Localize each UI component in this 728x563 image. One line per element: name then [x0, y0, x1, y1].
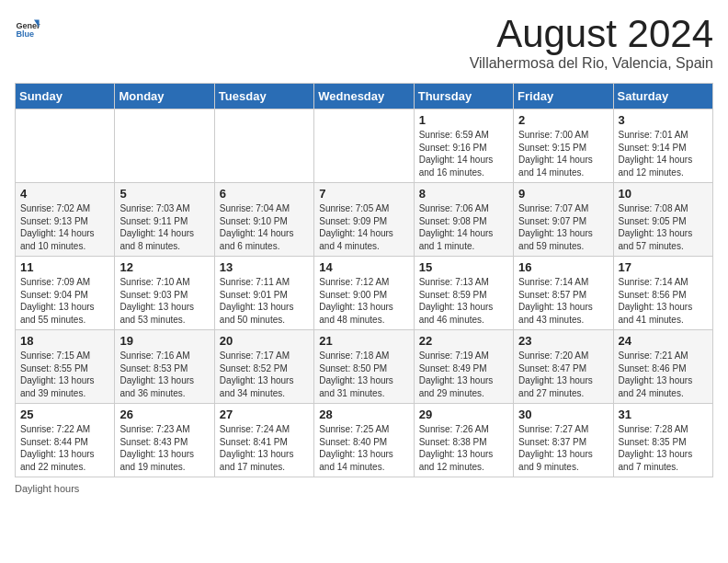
day-number: 17	[619, 260, 708, 274]
day-info: Sunrise: 7:07 AM Sunset: 9:07 PM Dayligh…	[518, 202, 608, 252]
calendar-cell: 29Sunrise: 7:26 AM Sunset: 8:38 PM Dayli…	[414, 404, 513, 477]
day-number: 4	[20, 187, 109, 201]
day-info: Sunrise: 7:14 AM Sunset: 8:56 PM Dayligh…	[619, 276, 708, 326]
day-number: 11	[20, 260, 109, 274]
day-number: 21	[319, 334, 408, 348]
day-number: 20	[220, 334, 309, 348]
title-area: August 2024 Villahermosa del Rio, Valenc…	[470, 15, 713, 72]
footer-note: Daylight hours	[15, 483, 713, 494]
calendar-cell: 14Sunrise: 7:12 AM Sunset: 9:00 PM Dayli…	[314, 257, 414, 330]
day-number: 23	[518, 334, 608, 348]
day-info: Sunrise: 7:23 AM Sunset: 8:43 PM Dayligh…	[119, 423, 209, 473]
day-number: 10	[619, 187, 708, 201]
day-of-week-header: Sunday	[16, 84, 115, 109]
day-info: Sunrise: 7:16 AM Sunset: 8:53 PM Dayligh…	[119, 350, 209, 399]
calendar-week-row: 1Sunrise: 6:59 AM Sunset: 9:16 PM Daylig…	[16, 109, 713, 183]
day-number: 22	[419, 334, 508, 348]
calendar-week-row: 25Sunrise: 7:22 AM Sunset: 8:44 PM Dayli…	[16, 404, 713, 477]
calendar-cell: 31Sunrise: 7:28 AM Sunset: 8:35 PM Dayli…	[613, 404, 712, 477]
calendar-cell	[115, 109, 214, 183]
calendar-body: 1Sunrise: 6:59 AM Sunset: 9:16 PM Daylig…	[16, 109, 713, 477]
day-number: 24	[619, 334, 708, 348]
day-number: 3	[619, 113, 708, 127]
day-number: 8	[419, 187, 508, 201]
day-info: Sunrise: 7:24 AM Sunset: 8:41 PM Dayligh…	[220, 423, 309, 473]
calendar-subtitle: Villahermosa del Rio, Valencia, Spain	[470, 55, 713, 72]
calendar-week-row: 4Sunrise: 7:02 AM Sunset: 9:13 PM Daylig…	[16, 183, 713, 257]
calendar-cell: 1Sunrise: 6:59 AM Sunset: 9:16 PM Daylig…	[414, 109, 513, 183]
calendar-cell: 6Sunrise: 7:04 AM Sunset: 9:10 PM Daylig…	[214, 183, 313, 257]
svg-text:Blue: Blue	[16, 29, 34, 39]
calendar-week-row: 18Sunrise: 7:15 AM Sunset: 8:55 PM Dayli…	[16, 330, 713, 404]
calendar-cell: 21Sunrise: 7:18 AM Sunset: 8:50 PM Dayli…	[314, 330, 414, 404]
logo-icon: General Blue	[15, 15, 40, 40]
calendar-cell: 3Sunrise: 7:01 AM Sunset: 9:14 PM Daylig…	[613, 109, 712, 183]
calendar-cell	[214, 109, 313, 183]
day-number: 7	[319, 187, 408, 201]
day-info: Sunrise: 7:15 AM Sunset: 8:55 PM Dayligh…	[20, 350, 109, 399]
day-info: Sunrise: 7:13 AM Sunset: 8:59 PM Dayligh…	[419, 276, 508, 326]
calendar-cell: 4Sunrise: 7:02 AM Sunset: 9:13 PM Daylig…	[16, 183, 115, 257]
day-info: Sunrise: 7:02 AM Sunset: 9:13 PM Dayligh…	[20, 202, 109, 252]
header: General Blue August 2024 Villahermosa de…	[15, 15, 713, 72]
day-info: Sunrise: 7:11 AM Sunset: 9:01 PM Dayligh…	[220, 276, 309, 326]
calendar-cell: 18Sunrise: 7:15 AM Sunset: 8:55 PM Dayli…	[16, 330, 115, 404]
calendar-cell: 25Sunrise: 7:22 AM Sunset: 8:44 PM Dayli…	[16, 404, 115, 477]
day-of-week-header: Wednesday	[314, 84, 414, 109]
calendar-cell: 27Sunrise: 7:24 AM Sunset: 8:41 PM Dayli…	[214, 404, 313, 477]
day-number: 26	[119, 408, 209, 421]
calendar-cell: 5Sunrise: 7:03 AM Sunset: 9:11 PM Daylig…	[115, 183, 214, 257]
calendar-title: August 2024	[470, 15, 713, 53]
calendar-cell: 19Sunrise: 7:16 AM Sunset: 8:53 PM Dayli…	[115, 330, 214, 404]
day-info: Sunrise: 7:00 AM Sunset: 9:15 PM Dayligh…	[518, 129, 608, 178]
day-number: 12	[119, 260, 209, 274]
calendar-cell: 7Sunrise: 7:05 AM Sunset: 9:09 PM Daylig…	[314, 183, 414, 257]
day-number: 16	[518, 260, 608, 274]
day-number: 15	[419, 260, 508, 274]
calendar-cell: 17Sunrise: 7:14 AM Sunset: 8:56 PM Dayli…	[613, 257, 712, 330]
calendar-cell: 24Sunrise: 7:21 AM Sunset: 8:46 PM Dayli…	[613, 330, 712, 404]
calendar-cell: 8Sunrise: 7:06 AM Sunset: 9:08 PM Daylig…	[414, 183, 513, 257]
calendar-cell: 2Sunrise: 7:00 AM Sunset: 9:15 PM Daylig…	[514, 109, 613, 183]
day-info: Sunrise: 7:10 AM Sunset: 9:03 PM Dayligh…	[119, 276, 209, 326]
day-number: 13	[220, 260, 309, 274]
day-number: 1	[419, 113, 508, 127]
day-info: Sunrise: 7:21 AM Sunset: 8:46 PM Dayligh…	[619, 350, 708, 399]
calendar-cell: 20Sunrise: 7:17 AM Sunset: 8:52 PM Dayli…	[214, 330, 313, 404]
day-number: 6	[220, 187, 309, 201]
day-number: 18	[20, 334, 109, 348]
day-info: Sunrise: 7:25 AM Sunset: 8:40 PM Dayligh…	[319, 423, 408, 473]
calendar-week-row: 11Sunrise: 7:09 AM Sunset: 9:04 PM Dayli…	[16, 257, 713, 330]
day-info: Sunrise: 7:04 AM Sunset: 9:10 PM Dayligh…	[220, 202, 309, 252]
day-of-week-header: Saturday	[613, 84, 712, 109]
calendar-cell: 10Sunrise: 7:08 AM Sunset: 9:05 PM Dayli…	[613, 183, 712, 257]
day-info: Sunrise: 7:12 AM Sunset: 9:00 PM Dayligh…	[319, 276, 408, 326]
day-number: 27	[220, 408, 309, 421]
day-info: Sunrise: 7:18 AM Sunset: 8:50 PM Dayligh…	[319, 350, 408, 399]
day-info: Sunrise: 7:14 AM Sunset: 8:57 PM Dayligh…	[518, 276, 608, 326]
logo: General Blue	[15, 15, 44, 40]
day-info: Sunrise: 7:26 AM Sunset: 8:38 PM Dayligh…	[419, 423, 508, 473]
calendar-cell: 9Sunrise: 7:07 AM Sunset: 9:07 PM Daylig…	[514, 183, 613, 257]
calendar-cell: 23Sunrise: 7:20 AM Sunset: 8:47 PM Dayli…	[514, 330, 613, 404]
day-info: Sunrise: 7:27 AM Sunset: 8:37 PM Dayligh…	[518, 423, 608, 473]
day-number: 30	[518, 408, 608, 421]
day-of-week-header: Tuesday	[214, 84, 313, 109]
day-number: 28	[319, 408, 408, 421]
day-info: Sunrise: 7:05 AM Sunset: 9:09 PM Dayligh…	[319, 202, 408, 252]
day-number: 2	[518, 113, 608, 127]
calendar-cell: 22Sunrise: 7:19 AM Sunset: 8:49 PM Dayli…	[414, 330, 513, 404]
calendar-table: SundayMondayTuesdayWednesdayThursdayFrid…	[15, 83, 713, 477]
calendar-cell: 30Sunrise: 7:27 AM Sunset: 8:37 PM Dayli…	[514, 404, 613, 477]
calendar-cell	[314, 109, 414, 183]
day-number: 19	[119, 334, 209, 348]
day-number: 29	[419, 408, 508, 421]
day-info: Sunrise: 7:09 AM Sunset: 9:04 PM Dayligh…	[20, 276, 109, 326]
day-info: Sunrise: 7:22 AM Sunset: 8:44 PM Dayligh…	[20, 423, 109, 473]
day-number: 9	[518, 187, 608, 201]
calendar-cell: 12Sunrise: 7:10 AM Sunset: 9:03 PM Dayli…	[115, 257, 214, 330]
calendar-cell: 16Sunrise: 7:14 AM Sunset: 8:57 PM Dayli…	[514, 257, 613, 330]
day-of-week-header: Monday	[115, 84, 214, 109]
day-of-week-header: Friday	[514, 84, 613, 109]
day-info: Sunrise: 7:17 AM Sunset: 8:52 PM Dayligh…	[220, 350, 309, 399]
